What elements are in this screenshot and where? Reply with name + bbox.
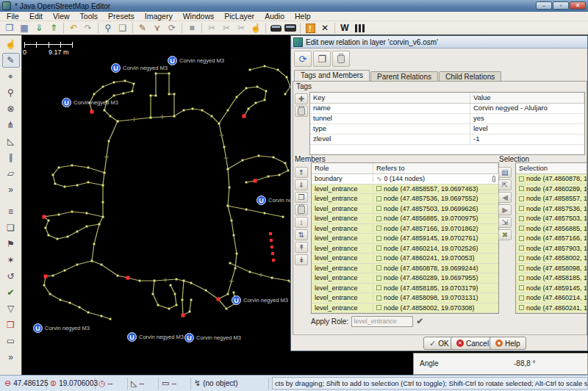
extrude-tool-icon[interactable]: ▱ (2, 166, 20, 181)
way-path[interactable] (250, 66, 290, 94)
map-node[interactable] (248, 108, 250, 110)
commands-panel-icon[interactable]: ↺ (2, 269, 20, 284)
way-path[interactable] (53, 165, 104, 187)
zoom-tool-icon[interactable]: ⚲ (2, 85, 20, 100)
map-node[interactable] (189, 311, 191, 313)
map-node[interactable] (273, 157, 275, 159)
map-node[interactable] (236, 96, 238, 98)
map-node[interactable] (91, 260, 93, 262)
save-icon[interactable]: ▦ (17, 22, 32, 35)
copy-above-icon[interactable]: ⇑ (295, 167, 308, 178)
map-node[interactable] (271, 277, 273, 279)
selection-row[interactable]: node (47.4857536, 19.0697552) (516, 204, 587, 215)
selected-node[interactable] (126, 276, 130, 280)
map-node[interactable] (54, 183, 57, 185)
trace-icon[interactable]: ✎ (135, 22, 150, 35)
selected-node[interactable] (43, 215, 46, 219)
selection-row[interactable]: node (47.4856885, 19.0700975) (516, 224, 587, 234)
selected-node[interactable] (254, 179, 257, 183)
duplicate-relation-icon[interactable]: ❐ (313, 51, 331, 67)
map-node[interactable] (233, 234, 235, 237)
map-node[interactable] (245, 87, 248, 90)
member-row[interactable]: level_entrancenode (47.4860214, 19.07025… (312, 244, 498, 254)
delete-member-icon[interactable] (295, 204, 308, 215)
way-path[interactable] (182, 281, 191, 315)
selected-node[interactable] (217, 298, 220, 301)
map-node[interactable] (76, 264, 79, 266)
map-node[interactable] (233, 292, 235, 294)
set-members-from-selection-icon[interactable]: ▤ (498, 167, 512, 178)
map-node[interactable] (104, 172, 106, 174)
apply-role-confirm-icon[interactable] (416, 316, 423, 326)
member-row[interactable]: level_entrancenode (47.4856885, 19.07009… (312, 214, 498, 224)
map-node[interactable] (249, 69, 251, 71)
map-node[interactable] (150, 117, 152, 119)
map-node[interactable] (173, 93, 176, 96)
map-node[interactable] (49, 293, 51, 295)
menu-file[interactable]: File (1, 12, 24, 21)
map-node[interactable] (67, 236, 69, 238)
map-node[interactable] (57, 238, 59, 240)
map-node[interactable] (52, 275, 54, 277)
styles-panel-icon[interactable]: ❏ (2, 220, 20, 235)
3d-panel-icon[interactable]: ❒ (2, 318, 20, 332)
member-row[interactable]: level_entrancenode (47.4859145, 19.07027… (312, 234, 498, 244)
menu-piclayer[interactable]: PicLayer (219, 12, 259, 21)
sync-icon[interactable]: ⟳ (165, 22, 179, 35)
selection-row[interactable]: node (47.4860214, 19.0702526) (516, 293, 587, 304)
map-node[interactable] (168, 308, 171, 310)
map-node[interactable] (174, 293, 176, 295)
way-path[interactable] (230, 263, 295, 290)
map-node[interactable] (154, 280, 156, 282)
minimize-icon[interactable]: – (536, 1, 552, 10)
copy-below-icon[interactable]: ⇓ (295, 179, 308, 190)
reverse-order-icon[interactable]: ⇅ (295, 229, 308, 240)
map-node[interactable] (231, 220, 233, 222)
map-node[interactable] (211, 115, 213, 118)
menu-imagery[interactable]: Imagery (140, 12, 178, 21)
map-node[interactable] (60, 299, 62, 301)
map-node[interactable] (45, 227, 47, 229)
move-up-icon[interactable]: ↟ (295, 242, 308, 253)
way-path[interactable] (151, 73, 174, 118)
dialog-titlebar[interactable]: Edit new relation in layer 'corvin_v6.os… (291, 36, 587, 49)
map-node[interactable] (117, 121, 119, 123)
menu-view[interactable]: View (48, 12, 75, 21)
warning-icon[interactable]: ! (303, 22, 318, 35)
map-node[interactable] (170, 284, 172, 287)
layers-panel-icon[interactable]: ≡ (2, 204, 20, 219)
preferences-icon[interactable]: ❑ (115, 22, 130, 35)
map-node[interactable] (242, 159, 244, 162)
bus-icon[interactable] (283, 22, 298, 35)
map-node[interactable] (192, 108, 194, 110)
map-node[interactable] (227, 168, 229, 171)
map-node[interactable] (102, 201, 104, 204)
car-icon[interactable] (268, 22, 283, 35)
map-node[interactable] (113, 95, 115, 97)
add-selected-after-icon[interactable]: ▶ (498, 204, 512, 215)
map-node[interactable] (86, 226, 88, 228)
improve-way-icon[interactable]: ⌖ (2, 69, 20, 84)
menu-audio[interactable]: Audio (259, 12, 290, 21)
map-node[interactable] (76, 184, 79, 187)
selection-row[interactable]: node (47.4860878, 19.0699244) (516, 174, 587, 184)
map-node[interactable] (133, 83, 135, 85)
remove-selected-icon[interactable]: ✖ (498, 229, 512, 240)
selection-row[interactable]: node (47.4860241, 19.070053) (516, 304, 587, 314)
tags-panel-icon[interactable]: ⚑ (2, 237, 20, 251)
map-node[interactable] (182, 299, 184, 301)
redo-icon[interactable]: ↷ (81, 22, 96, 35)
open-icon[interactable]: ❐ (2, 22, 17, 35)
map-node[interactable] (93, 93, 96, 96)
menu-tools[interactable]: Tools (75, 12, 104, 21)
way-path[interactable] (92, 109, 237, 299)
delete-tag-icon[interactable] (295, 106, 308, 117)
cut-icon[interactable]: ✂ (204, 22, 219, 35)
map-node[interactable] (113, 82, 115, 84)
map-node[interactable] (52, 174, 54, 176)
imagery-icon[interactable]: ■ (184, 22, 199, 35)
map-node[interactable] (286, 76, 288, 79)
map-node[interactable] (176, 279, 178, 281)
more-panels-icon[interactable]: » (2, 350, 20, 365)
map-node[interactable] (43, 284, 46, 287)
